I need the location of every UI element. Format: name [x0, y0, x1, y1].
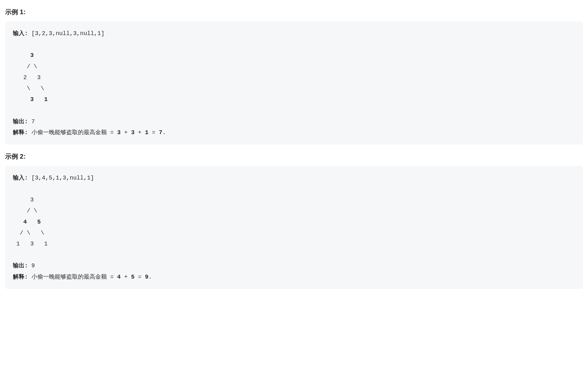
example2-tree-line5: 1 3 1: [13, 241, 48, 247]
example1-explain-val1: 3: [117, 129, 121, 136]
example2-output-label: 输出:: [13, 263, 28, 269]
example2-output-value: 9: [28, 263, 35, 269]
example2-tree-line3-val1: 4: [23, 219, 27, 225]
example1-explain-label: 解释:: [13, 129, 28, 136]
example2-tree-line4: / \ \: [13, 230, 44, 236]
example1-tree-line1: 3: [13, 52, 34, 59]
example1-explain-period: .: [163, 129, 166, 136]
example2-heading: 示例 2:: [5, 152, 583, 161]
example1-tree-line3: 2 3: [13, 74, 41, 81]
example2-input-label: 输入:: [13, 175, 32, 181]
example2-explain-text: 小偷一晚能够盗取的最高金额 =: [28, 274, 117, 280]
example1-tree-line5-val1: 3: [30, 96, 34, 103]
example1-input-value: [3,2,3,null,3,null,1]: [32, 30, 105, 37]
example2-tree-line3-prefix: [13, 219, 23, 225]
example1-tree-line5-prefix: [13, 96, 30, 103]
example1-input-label: 输入:: [13, 30, 32, 37]
example1-output-label: 输出:: [13, 118, 28, 125]
example2-explain-result: 9: [145, 274, 148, 280]
example2-tree-line1: 3: [13, 197, 34, 203]
example2-explain-label: 解释:: [13, 274, 28, 280]
example1-tree-line5-val2: 1: [44, 96, 48, 103]
example1-explain-plus1: +: [121, 129, 131, 136]
example1-heading: 示例 1:: [5, 8, 583, 16]
example1-output-value: 7: [28, 118, 35, 125]
example2-explain-plus1: +: [121, 274, 131, 280]
example1-tree-line2: / \: [13, 63, 37, 70]
example2-explain-val1: 4: [117, 274, 121, 280]
example1-code-block: 输入: [3,2,3,null,3,null,1] 3 / \ 2 3 \ \ …: [5, 22, 583, 144]
example1-explain-val3: 1: [145, 129, 148, 136]
example2-tree-line2: / \: [13, 207, 37, 214]
example2-code-block: 输入: [3,4,5,1,3,null,1] 3 / \ 4 5 / \ \ 1…: [5, 166, 583, 289]
example2-explain-eq: =: [135, 274, 145, 280]
example1-tree-line4: \ \: [13, 85, 44, 92]
example2-explain-val2: 5: [131, 274, 135, 280]
example1-explain-eq: =: [148, 129, 159, 136]
example2-tree-line3-mid: [27, 219, 37, 225]
example2-explain-period: .: [148, 274, 152, 280]
example1-explain-val2: 3: [131, 129, 135, 136]
example1-explain-text: 小偷一晚能够盗取的最高金额 =: [28, 129, 117, 136]
example1-explain-result: 7: [159, 129, 163, 136]
example2-input-value: [3,4,5,1,3,null,1]: [32, 175, 94, 181]
example1-explain-plus2: +: [135, 129, 145, 136]
example1-tree-line5-mid: [34, 96, 44, 103]
example2-tree-line3-val2: 5: [37, 219, 41, 225]
